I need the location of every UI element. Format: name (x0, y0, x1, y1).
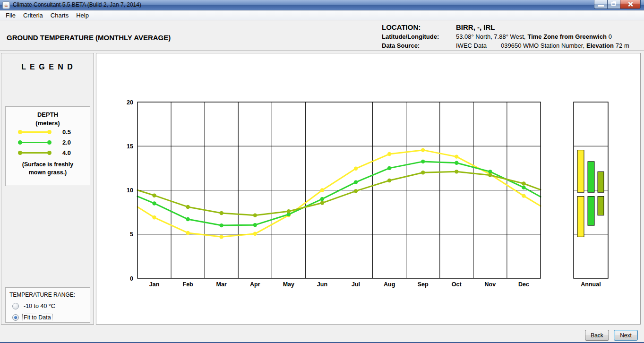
radio-minus10-to-40[interactable] (12, 303, 19, 309)
x-tick-label: Nov (485, 281, 496, 288)
timezone-value: 0 (609, 33, 612, 40)
title-bar: ☕ Climate Consultant 5.5 BETA (Build 2, … (0, 0, 644, 10)
close-icon (627, 1, 633, 7)
menu-bar: File Criteria Charts Help (0, 10, 644, 20)
series-marker-2.0-m-depth (220, 223, 223, 227)
annual-bar-lower-0.5-m-depth (577, 197, 584, 237)
x-tick-label: Aug (384, 281, 395, 288)
series-marker-4.0-m-depth (152, 193, 156, 197)
x-tick-label: Feb (183, 281, 194, 288)
y-tick-label: 10 (127, 187, 133, 194)
depth-value-label: 2.0 (62, 139, 71, 146)
location-value: BIRR, -, IRL (456, 23, 495, 31)
series-marker-2.0-m-depth (320, 197, 324, 201)
series-marker-4.0-m-depth (387, 179, 391, 182)
series-swatch-dot (47, 140, 52, 145)
restore-button[interactable] (608, 0, 620, 9)
series-marker-2.0-m-depth (152, 201, 156, 205)
restore-icon (611, 2, 616, 6)
surface-note-line2: mown grass.) (6, 169, 90, 177)
series-marker-4.0-m-depth (220, 211, 223, 215)
minimize-button[interactable] (594, 0, 608, 9)
x-tick-label: Sep (418, 281, 429, 288)
series-marker-2.0-m-depth (421, 160, 425, 163)
series-swatch-dot (47, 130, 52, 134)
radio-fit-to-data[interactable] (12, 314, 19, 321)
series-marker-0.5-m-depth (421, 148, 425, 152)
series-marker-4.0-m-depth (320, 201, 324, 205)
x-tick-label: Jun (317, 281, 327, 288)
x-tick-label: May (283, 281, 294, 288)
series-marker-4.0-m-depth (455, 170, 458, 173)
x-tick-label: Oct (452, 281, 462, 288)
temperature-range-box: TEMPERATURE RANGE: -10 to 40 °C Fit to D… (5, 287, 90, 323)
series-swatch-dot (18, 130, 22, 134)
series-swatch-dot (18, 140, 22, 145)
legend-depth-item-0: 0.5 (6, 127, 90, 137)
series-marker-2.0-m-depth (455, 161, 458, 164)
series-marker-2.0-m-depth (387, 166, 391, 170)
annual-bar-lower-2.0-m-depth (588, 197, 594, 226)
series-marker-4.0-m-depth (253, 213, 257, 217)
series-marker-4.0-m-depth (287, 209, 291, 213)
x-tick-label: Jul (352, 281, 360, 288)
series-marker-0.5-m-depth (387, 152, 391, 156)
page-title: GROUND TEMPERATURE (MONTHLY AVERAGE) (7, 34, 171, 42)
depth-subtitle: (meters) (6, 120, 90, 127)
latlong-value: 53.08° North, 7.88° West, (456, 33, 525, 40)
chart-panel: 05101520JanFebMarAprMayJunJulAugSepOctNo… (96, 53, 641, 325)
temperature-range-title: TEMPERATURE RANGE: (9, 292, 90, 298)
annual-label: Annual (581, 281, 601, 288)
window-controls (594, 0, 641, 9)
radio-label[interactable]: -10 to 40 °C (23, 303, 56, 309)
menu-help[interactable]: Help (72, 10, 93, 20)
legend-depth-item-1: 2.0 (6, 137, 90, 147)
legend-title: L E G E N D (1, 63, 94, 71)
ground-temperature-chart: 05101520JanFebMarAprMayJunJulAugSepOctNo… (96, 53, 641, 325)
surface-note-line1: (Surface is freshly (6, 161, 90, 169)
annual-bar-upper-0.5-m-depth (577, 150, 584, 193)
latlong-label: Latitude/Longitude: (382, 32, 456, 41)
elevation-label: Elevation (586, 42, 614, 49)
y-tick-label: 15 (127, 143, 133, 150)
legend-panel: L E G E N D DEPTH (meters) 0.5 2.0 4.0 (… (1, 53, 94, 325)
annual-bar-lower-4.0-m-depth (598, 197, 604, 215)
series-marker-0.5-m-depth (354, 167, 358, 171)
x-tick-label: Mar (216, 281, 227, 288)
location-info: LOCATION: BIRR, -, IRL Latitude/Longitud… (382, 23, 629, 50)
x-tick-label: Jan (149, 281, 160, 288)
elevation-value: 72 m (616, 42, 629, 49)
series-marker-2.0-m-depth (354, 180, 358, 184)
series-swatch-line (20, 152, 49, 154)
depth-value-label: 4.0 (62, 149, 71, 156)
x-tick-label: Apr (250, 281, 260, 288)
series-marker-0.5-m-depth (320, 188, 324, 192)
location-label: LOCATION: (382, 23, 456, 32)
next-button[interactable]: Next (614, 330, 638, 341)
datasource-value: IWEC Data (456, 42, 487, 49)
series-marker-4.0-m-depth (488, 173, 492, 177)
window-title: Climate Consultant 5.5 BETA (Build 2, Ja… (13, 0, 141, 10)
datasource-label: Data Source: (382, 41, 456, 50)
minimize-icon (598, 5, 604, 7)
depth-legend-box: DEPTH (meters) 0.5 2.0 4.0 (Surface is f… (5, 106, 90, 186)
timezone-label: Time Zone from Greenwich (527, 33, 606, 40)
radio-label[interactable]: Fit to Data (23, 314, 52, 321)
menu-criteria[interactable]: Criteria (19, 10, 47, 20)
series-marker-4.0-m-depth (186, 205, 189, 209)
close-button[interactable] (620, 0, 641, 9)
x-tick-label: Dec (518, 281, 529, 288)
menu-file[interactable]: File (2, 10, 19, 20)
series-marker-0.5-m-depth (253, 232, 257, 236)
y-tick-label: 0 (130, 275, 133, 282)
series-marker-0.5-m-depth (220, 235, 223, 239)
depth-value-label: 0.5 (62, 129, 71, 136)
series-marker-0.5-m-depth (186, 231, 189, 235)
annual-bar-upper-2.0-m-depth (588, 162, 594, 192)
header: GROUND TEMPERATURE (MONTHLY AVERAGE) LOC… (0, 21, 644, 51)
menu-charts[interactable]: Charts (47, 10, 72, 20)
back-button[interactable]: Back (585, 330, 609, 341)
java-app-icon: ☕ (2, 1, 10, 9)
y-tick-label: 20 (127, 99, 133, 106)
series-marker-0.5-m-depth (455, 154, 458, 158)
